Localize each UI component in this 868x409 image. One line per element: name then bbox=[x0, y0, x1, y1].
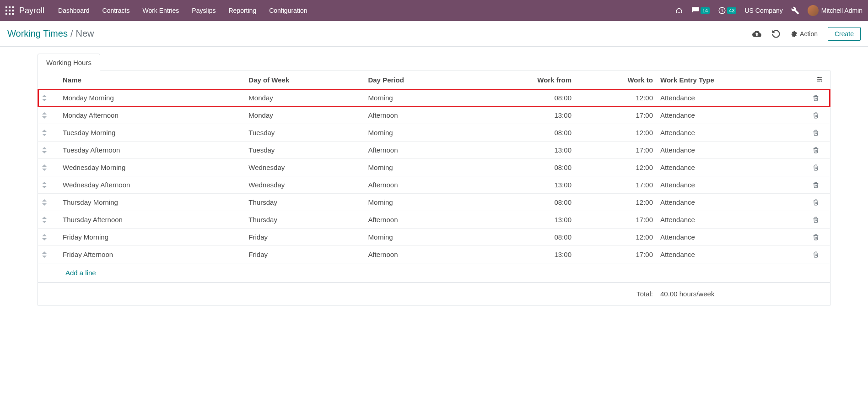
cell-work-from[interactable]: 13:00 bbox=[472, 176, 575, 194]
add-line[interactable]: Add a line bbox=[65, 269, 96, 277]
menu-work-entries[interactable]: Work Entries bbox=[142, 7, 179, 14]
delete-row-icon[interactable] bbox=[809, 211, 830, 229]
cell-work-entry-type[interactable]: Attendance bbox=[657, 89, 809, 107]
col-name[interactable]: Name bbox=[59, 71, 245, 89]
cell-work-entry-type[interactable]: Attendance bbox=[657, 211, 809, 229]
cell-name[interactable]: Tuesday Afternoon bbox=[59, 142, 245, 159]
cell-day[interactable]: Monday bbox=[245, 107, 364, 124]
support-icon[interactable] bbox=[675, 6, 683, 15]
cell-day[interactable]: Tuesday bbox=[245, 142, 364, 159]
drag-handle-icon[interactable] bbox=[38, 176, 59, 194]
col-options-icon[interactable] bbox=[809, 71, 830, 89]
cell-work-to[interactable]: 17:00 bbox=[575, 107, 657, 124]
table-row[interactable]: Tuesday MorningTuesdayMorning08:0012:00A… bbox=[38, 124, 830, 142]
col-work-to[interactable]: Work to bbox=[575, 71, 657, 89]
cell-work-from[interactable]: 08:00 bbox=[472, 159, 575, 176]
cloud-save-icon[interactable] bbox=[752, 29, 761, 38]
cell-work-to[interactable]: 12:00 bbox=[575, 159, 657, 176]
drag-handle-icon[interactable] bbox=[38, 194, 59, 211]
drag-handle-icon[interactable] bbox=[38, 246, 59, 263]
cell-work-to[interactable]: 17:00 bbox=[575, 246, 657, 263]
cell-name[interactable]: Monday Afternoon bbox=[59, 107, 245, 124]
cell-work-entry-type[interactable]: Attendance bbox=[657, 142, 809, 159]
cell-name[interactable]: Monday Morning bbox=[59, 89, 245, 107]
app-title[interactable]: Payroll bbox=[19, 6, 44, 16]
delete-row-icon[interactable] bbox=[809, 176, 830, 194]
cell-name[interactable]: Friday Afternoon bbox=[59, 246, 245, 263]
cell-day[interactable]: Wednesday bbox=[245, 159, 364, 176]
drag-handle-icon[interactable] bbox=[38, 211, 59, 229]
cell-work-to[interactable]: 17:00 bbox=[575, 142, 657, 159]
cell-name[interactable]: Wednesday Morning bbox=[59, 159, 245, 176]
table-row[interactable]: Tuesday AfternoonTuesdayAfternoon13:0017… bbox=[38, 142, 830, 159]
col-work-entry-type[interactable]: Work Entry Type bbox=[657, 71, 809, 89]
delete-row-icon[interactable] bbox=[809, 246, 830, 263]
cell-period[interactable]: Morning bbox=[364, 124, 472, 142]
cell-work-entry-type[interactable]: Attendance bbox=[657, 194, 809, 211]
table-row[interactable]: Thursday AfternoonThursdayAfternoon13:00… bbox=[38, 211, 830, 229]
table-row[interactable]: Wednesday AfternoonWednesdayAfternoon13:… bbox=[38, 176, 830, 194]
cell-work-entry-type[interactable]: Attendance bbox=[657, 107, 809, 124]
table-row[interactable]: Monday MorningMondayMorning08:0012:00Att… bbox=[38, 89, 830, 107]
cell-work-to[interactable]: 12:00 bbox=[575, 229, 657, 246]
delete-row-icon[interactable] bbox=[809, 194, 830, 211]
drag-handle-icon[interactable] bbox=[38, 159, 59, 176]
cell-period[interactable]: Afternoon bbox=[364, 107, 472, 124]
cell-work-entry-type[interactable]: Attendance bbox=[657, 246, 809, 263]
cell-day[interactable]: Thursday bbox=[245, 194, 364, 211]
delete-row-icon[interactable] bbox=[809, 229, 830, 246]
menu-contracts[interactable]: Contracts bbox=[102, 7, 130, 14]
cell-name[interactable]: Friday Morning bbox=[59, 229, 245, 246]
cell-work-entry-type[interactable]: Attendance bbox=[657, 176, 809, 194]
cell-period[interactable]: Morning bbox=[364, 159, 472, 176]
apps-menu-icon[interactable] bbox=[5, 6, 14, 15]
cell-day[interactable]: Tuesday bbox=[245, 124, 364, 142]
cell-period[interactable]: Morning bbox=[364, 194, 472, 211]
delete-row-icon[interactable] bbox=[809, 89, 830, 107]
create-button[interactable]: Create bbox=[828, 27, 861, 41]
menu-reporting[interactable]: Reporting bbox=[228, 7, 256, 14]
col-day-of-week[interactable]: Day of Week bbox=[245, 71, 364, 89]
drag-handle-icon[interactable] bbox=[38, 124, 59, 142]
delete-row-icon[interactable] bbox=[809, 159, 830, 176]
breadcrumb-link[interactable]: Working Times bbox=[7, 28, 68, 39]
company-selector[interactable]: US Company bbox=[744, 7, 782, 14]
cell-work-to[interactable]: 17:00 bbox=[575, 211, 657, 229]
menu-payslips[interactable]: Payslips bbox=[192, 7, 216, 14]
drag-handle-icon[interactable] bbox=[38, 89, 59, 107]
col-work-from[interactable]: Work from bbox=[472, 71, 575, 89]
action-button[interactable]: Action bbox=[791, 30, 818, 38]
user-menu[interactable]: Mitchell Admin bbox=[808, 5, 863, 16]
cell-work-from[interactable]: 08:00 bbox=[472, 89, 575, 107]
cell-name[interactable]: Thursday Afternoon bbox=[59, 211, 245, 229]
cell-work-from[interactable]: 13:00 bbox=[472, 246, 575, 263]
cell-period[interactable]: Afternoon bbox=[364, 142, 472, 159]
cell-work-from[interactable]: 13:00 bbox=[472, 211, 575, 229]
table-row[interactable]: Wednesday MorningWednesdayMorning08:0012… bbox=[38, 159, 830, 176]
cell-work-to[interactable]: 12:00 bbox=[575, 89, 657, 107]
drag-handle-icon[interactable] bbox=[38, 107, 59, 124]
cell-period[interactable]: Morning bbox=[364, 89, 472, 107]
cell-work-from[interactable]: 08:00 bbox=[472, 194, 575, 211]
table-row[interactable]: Thursday MorningThursdayMorning08:0012:0… bbox=[38, 194, 830, 211]
menu-dashboard[interactable]: Dashboard bbox=[58, 7, 90, 14]
menu-configuration[interactable]: Configuration bbox=[269, 7, 307, 14]
discard-icon[interactable] bbox=[771, 29, 781, 38]
cell-day[interactable]: Monday bbox=[245, 89, 364, 107]
cell-work-entry-type[interactable]: Attendance bbox=[657, 159, 809, 176]
delete-row-icon[interactable] bbox=[809, 142, 830, 159]
cell-period[interactable]: Morning bbox=[364, 229, 472, 246]
cell-period[interactable]: Afternoon bbox=[364, 246, 472, 263]
col-day-period[interactable]: Day Period bbox=[364, 71, 472, 89]
table-row[interactable]: Friday AfternoonFridayAfternoon13:0017:0… bbox=[38, 246, 830, 263]
cell-day[interactable]: Friday bbox=[245, 246, 364, 263]
cell-work-from[interactable]: 13:00 bbox=[472, 142, 575, 159]
table-row[interactable]: Friday MorningFridayMorning08:0012:00Att… bbox=[38, 229, 830, 246]
cell-period[interactable]: Afternoon bbox=[364, 176, 472, 194]
cell-work-to[interactable]: 12:00 bbox=[575, 194, 657, 211]
cell-work-entry-type[interactable]: Attendance bbox=[657, 124, 809, 142]
cell-work-entry-type[interactable]: Attendance bbox=[657, 229, 809, 246]
tab-working-hours[interactable]: Working Hours bbox=[38, 54, 100, 71]
cell-work-to[interactable]: 12:00 bbox=[575, 124, 657, 142]
cell-day[interactable]: Thursday bbox=[245, 211, 364, 229]
